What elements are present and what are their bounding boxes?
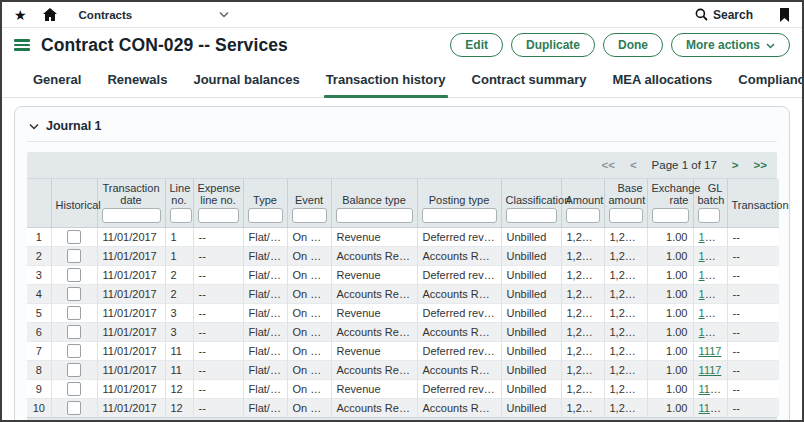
cell-base: 1,200.00 [604,228,647,247]
historical-checkbox[interactable] [67,249,81,263]
filter-input-classification[interactable] [506,208,557,223]
record-list-icon[interactable] [14,39,30,51]
cell-balance: Accounts Receivable [331,361,417,380]
table-row: 1011/01/201712--Flat/fixedOn createAccou… [27,399,779,418]
favorites-star-icon[interactable]: ★ [14,8,27,22]
cell-amount: 1,200.00 [561,228,604,247]
filter-input-type[interactable] [248,208,283,223]
col-header-type[interactable]: Type [243,179,287,228]
cell-date: 11/01/2017 [97,285,165,304]
cell-gl: 1117 [693,342,727,361]
cell-gl: 1055 [693,266,727,285]
historical-checkbox[interactable] [67,401,81,415]
more-actions-button[interactable]: More actions [671,33,790,57]
tab-mea-allocations[interactable]: MEA allocations [599,63,725,97]
cell-date: 11/01/2017 [97,342,165,361]
search-label: Search [713,8,753,22]
cell-event: On create [287,361,331,380]
col-header-event[interactable]: Event [287,179,331,228]
cell-base: 1,200.00 [604,285,647,304]
filter-input-balance[interactable] [336,208,413,223]
pager-prev-button[interactable]: < [630,159,637,171]
pager-last-button[interactable]: >> [754,159,767,171]
col-header-txn[interactable]: Transaction [727,179,779,228]
cell-type: Flat/fixed [243,228,287,247]
cell-rate: 1.00 [647,361,693,380]
col-header-historical[interactable]: Historical [51,179,97,228]
filter-input-base[interactable] [609,208,643,223]
gl-batch-link[interactable]: 1141 [699,402,723,414]
cell-type: Flat/fixed [243,285,287,304]
col-header-balance[interactable]: Balance type [331,179,417,228]
tab-contract-summary[interactable]: Contract summary [459,63,600,97]
historical-checkbox[interactable] [67,230,81,244]
duplicate-button[interactable]: Duplicate [511,33,595,57]
pager-next-button[interactable]: > [732,159,739,171]
historical-checkbox[interactable] [67,306,81,320]
tab-general[interactable]: General [20,63,94,97]
historical-checkbox[interactable] [67,287,81,301]
gl-batch-link[interactable]: 1117 [699,345,722,357]
pager-first-button[interactable]: << [601,159,614,171]
cell-line: 2 [165,266,193,285]
edit-button[interactable]: Edit [450,33,503,57]
filter-input-date[interactable] [102,208,161,223]
filter-input-gl[interactable] [698,208,720,223]
gl-batch-link[interactable]: 1141 [699,383,723,395]
journal-section-header[interactable]: Journal 1 [27,115,777,142]
cell-amount: 1,200.00 [561,399,604,418]
cell-rate: 1.00 [647,304,693,323]
bookmark-icon[interactable] [779,8,790,22]
col-header-classification[interactable]: Classification [501,179,561,228]
gl-batch-link[interactable]: 1117 [699,364,722,376]
col-label-line: Line no. [170,182,189,208]
gl-batch-link[interactable]: 1055 [699,288,723,300]
cell-expense: -- [193,380,243,399]
filter-input-expense[interactable] [198,208,239,223]
global-search[interactable]: Search [695,8,753,22]
home-icon[interactable] [43,8,57,21]
col-header-gl[interactable]: GL batch [693,179,727,228]
col-header-line[interactable]: Line no. [165,179,193,228]
gl-batch-link[interactable]: 1054 [699,231,723,243]
filter-input-rate[interactable] [652,208,689,223]
table-row: 111/01/20171--Flat/fixedOn createRevenue… [27,228,779,247]
gl-batch-link[interactable]: 1056 [699,326,723,338]
tab-compliance[interactable]: Compliance [725,63,804,97]
historical-checkbox[interactable] [67,382,81,396]
gl-batch-link[interactable]: 1056 [699,307,723,319]
col-header-expense[interactable]: Expense line no. [193,179,243,228]
historical-checkbox[interactable] [67,325,81,339]
cell-amount: 1,200.00 [561,266,604,285]
historical-checkbox[interactable] [67,268,81,282]
cell-amount: 1,200.00 [561,342,604,361]
col-header-amount[interactable]: Amount [561,179,604,228]
pager-page-label: Page 1 of 17 [652,159,717,171]
cell-base: 1,200.00 [604,361,647,380]
tab-transaction-history[interactable]: Transaction history [313,63,459,97]
cell-num: 3 [27,266,51,285]
filter-input-posting[interactable] [422,208,497,223]
tab-renewals[interactable]: Renewals [94,63,180,97]
filter-input-amount[interactable] [566,208,600,223]
historical-checkbox[interactable] [67,363,81,377]
cell-classification: Unbilled [501,342,561,361]
col-header-base[interactable]: Base amount [604,179,647,228]
cell-num: 4 [27,285,51,304]
historical-checkbox[interactable] [67,344,81,358]
tab-journal-balances[interactable]: Journal balances [180,63,312,97]
col-header-posting[interactable]: Posting type [417,179,501,228]
cell-classification: Unbilled [501,361,561,380]
nav-record-selector[interactable]: Contracts [79,9,229,21]
filter-input-line[interactable] [170,208,192,223]
cell-classification: Unbilled [501,247,561,266]
done-button[interactable]: Done [603,33,663,57]
cell-line: 3 [165,304,193,323]
filter-input-event[interactable] [292,208,327,223]
col-header-num[interactable] [27,179,51,228]
gl-batch-link[interactable]: 1055 [699,269,723,281]
cell-event: On create [287,228,331,247]
col-header-date[interactable]: Transaction date [97,179,165,228]
col-header-rate[interactable]: Exchange rate [647,179,693,228]
gl-batch-link[interactable]: 1054 [699,250,723,262]
